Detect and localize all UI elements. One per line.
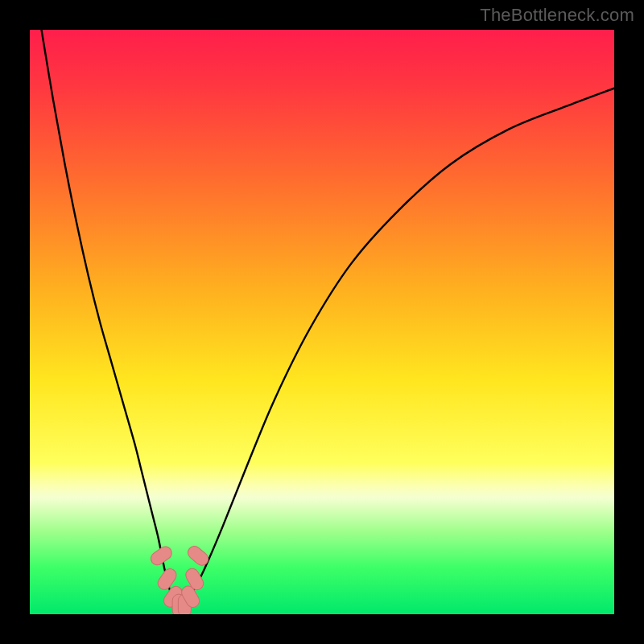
highlight-markers	[148, 543, 211, 614]
bottleneck-curve	[42, 30, 614, 609]
marker-bead	[148, 544, 174, 568]
curve-layer	[30, 30, 614, 614]
watermark-text: TheBottleneck.com	[480, 5, 634, 26]
chart-container: { "watermark": "TheBottleneck.com", "col…	[0, 0, 644, 644]
plot-area	[30, 30, 614, 614]
